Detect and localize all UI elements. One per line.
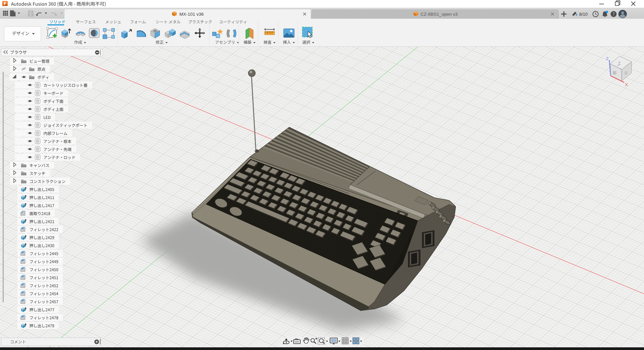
- svg-text:X: X: [625, 82, 628, 87]
- svg-text:Z: Z: [606, 56, 609, 61]
